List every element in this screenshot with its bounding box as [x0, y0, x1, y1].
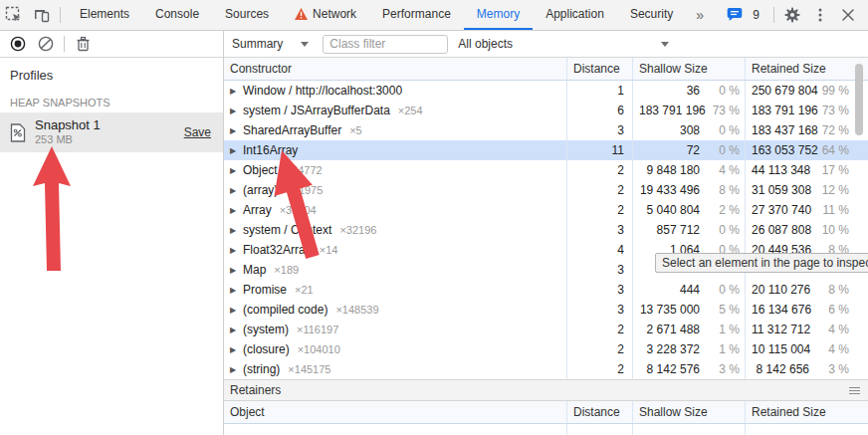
tab-memory[interactable]: Memory [464, 0, 533, 30]
tab-label: Console [155, 7, 199, 21]
table-row[interactable]: ▶(compiled code)×148539313 735 0005 %16 … [224, 300, 868, 320]
constructor-cell: ▶(array)×31975 [224, 180, 566, 200]
disclosure-triangle-icon[interactable]: ▶ [230, 121, 243, 140]
column-header-distance[interactable]: Distance [566, 401, 632, 423]
objects-filter-select[interactable]: All objects [458, 37, 669, 51]
retained-size-cell: 11 312 7124 % [745, 320, 854, 339]
distance-cell: 2 [566, 320, 632, 339]
table-row[interactable]: ▶system / JSArrayBufferData×2546183 791 … [224, 101, 868, 120]
table-row[interactable]: ▶Int16Array11720 %163 053 75264 % [224, 140, 868, 160]
distance-cell: 3 [566, 260, 632, 280]
table-row[interactable]: ▶(closure)×10401023 228 3721 %10 115 004… [224, 339, 868, 359]
tab-network[interactable]: Network [282, 0, 369, 30]
constructor-cell: ▶Float32Array×14 [224, 240, 566, 260]
tab-sources[interactable]: Sources [212, 0, 282, 30]
table-row[interactable]: ▶Window / http://localhost:30001360 %250… [224, 81, 868, 101]
column-header-shallow-size[interactable]: Shallow Size [632, 58, 745, 80]
table-row[interactable]: ▶Promise×2134440 %20 110 2768 % [224, 280, 868, 300]
table-row[interactable]: ▶SharedArrayBuffer×533080 %183 437 16872… [224, 120, 868, 140]
disclosure-triangle-icon[interactable]: ▶ [230, 141, 243, 160]
column-header-object[interactable]: Object [224, 401, 566, 423]
shallow-size-cell: 4440 % [632, 280, 745, 300]
disclosure-triangle-icon[interactable]: ▶ [230, 201, 243, 220]
column-header-distance[interactable]: Distance [566, 58, 632, 80]
disclosure-triangle-icon[interactable]: ▶ [230, 102, 243, 120]
gear-icon[interactable] [778, 1, 806, 29]
tab-label: Application [545, 7, 604, 21]
column-header-retained-size[interactable]: Retained Size [745, 58, 854, 80]
disclosure-triangle-icon[interactable]: ▶ [230, 161, 243, 180]
disclosure-triangle-icon[interactable]: ▶ [230, 360, 243, 379]
kebab-menu-icon[interactable] [806, 1, 834, 29]
tab-performance[interactable]: Performance [369, 0, 464, 30]
table-row[interactable]: ▶Object×4477229 848 1804 %44 113 34817 % [224, 160, 868, 180]
disclosure-triangle-icon[interactable]: ▶ [230, 321, 243, 339]
disclosure-triangle-icon[interactable]: ▶ [230, 261, 243, 280]
disclosure-triangle-icon[interactable]: ▶ [230, 82, 243, 101]
distance-cell: 3 [566, 120, 632, 140]
class-filter-input[interactable] [323, 35, 448, 54]
device-toolbar-icon[interactable] [28, 1, 56, 29]
retained-size-cell: 31 059 30812 % [745, 180, 854, 200]
toolbar-divider [64, 36, 65, 52]
disclosure-triangle-icon[interactable]: ▶ [230, 281, 243, 300]
scrollbar-gutter [854, 180, 868, 200]
disclosure-triangle-icon[interactable]: ▶ [230, 181, 243, 200]
chevron-down-icon [301, 42, 309, 47]
instance-count: ×32196 [339, 224, 376, 236]
retainers-header-bar: Retainers [224, 379, 868, 401]
profiles-sidebar: Profiles HEAP SNAPSHOTS Snapshot 1 253 M… [0, 31, 224, 435]
constructor-cell: ▶system / Context×32196 [224, 220, 566, 240]
constructor-rows: ▶Window / http://localhost:30001360 %250… [224, 81, 868, 379]
shallow-size-cell: 2 671 4881 % [632, 320, 745, 339]
delete-icon[interactable] [69, 30, 97, 58]
distance-cell: 2 [566, 359, 632, 379]
more-tabs-button[interactable]: » [686, 7, 714, 23]
vertical-scrollbar-thumb[interactable] [855, 64, 863, 135]
instance-count: ×189 [274, 264, 299, 276]
close-icon[interactable] [834, 1, 862, 29]
retainers-title: Retainers [230, 383, 281, 397]
table-row[interactable]: ▶(array)×31975219 433 4968 %31 059 30812… [224, 180, 868, 200]
disclosure-triangle-icon[interactable]: ▶ [230, 221, 243, 240]
heap-snapshot-icon [10, 123, 26, 142]
shallow-size-cell: 857 7120 % [632, 220, 745, 240]
table-row[interactable]: ▶(system)×11619722 671 4881 %11 312 7124… [224, 320, 868, 339]
toolbar-divider [773, 7, 774, 23]
column-header-constructor[interactable]: Constructor [224, 58, 566, 80]
instance-count: ×14 [320, 244, 338, 256]
disclosure-triangle-icon[interactable]: ▶ [230, 301, 243, 320]
objects-filter-value: All objects [458, 37, 513, 51]
tab-label: Elements [80, 7, 129, 21]
tab-security[interactable]: Security [617, 0, 686, 30]
instance-count: ×148539 [335, 304, 378, 316]
table-row[interactable]: ▶Array×3150425 040 8042 %27 370 74011 % [224, 200, 868, 220]
disclosure-triangle-icon[interactable]: ▶ [230, 340, 243, 359]
inspect-cursor-icon[interactable] [0, 1, 28, 29]
tab-elements[interactable]: Elements [67, 0, 142, 30]
instance-count: ×104010 [298, 343, 340, 355]
constructor-cell: ▶(system)×116197 [224, 320, 566, 339]
hamburger-menu-icon[interactable] [849, 385, 860, 396]
snapshot-item[interactable]: Snapshot 1 253 MB Save [0, 112, 223, 152]
constructor-cell: ▶Object×44772 [224, 160, 566, 180]
retained-size-cell: 16 134 6766 % [745, 300, 854, 320]
distance-cell: 11 [566, 140, 632, 160]
distance-cell: 2 [566, 339, 632, 359]
column-header-shallow-size[interactable]: Shallow Size [632, 401, 745, 423]
table-row[interactable]: ▶system / Context×321963857 7120 %26 087… [224, 220, 868, 240]
column-header-retained-size[interactable]: Retained Size [745, 401, 854, 423]
instance-count: ×31975 [286, 184, 323, 196]
disclosure-triangle-icon[interactable]: ▶ [230, 241, 243, 260]
console-messages-icon[interactable] [721, 1, 749, 29]
clear-profiles-icon[interactable] [32, 30, 60, 58]
tab-console[interactable]: Console [142, 0, 212, 30]
table-row[interactable]: ▶(string)×14517528 142 5763 %8 142 6563 … [224, 359, 868, 379]
constructor-name: (system) [243, 323, 289, 336]
record-heap-icon[interactable] [4, 30, 32, 58]
instance-count: ×5 [349, 124, 362, 136]
constructor-name: system / JSArrayBufferData [243, 104, 390, 117]
tab-application[interactable]: Application [533, 0, 617, 30]
save-snapshot-link[interactable]: Save [184, 125, 211, 139]
perspective-select[interactable]: Summary [232, 37, 309, 51]
